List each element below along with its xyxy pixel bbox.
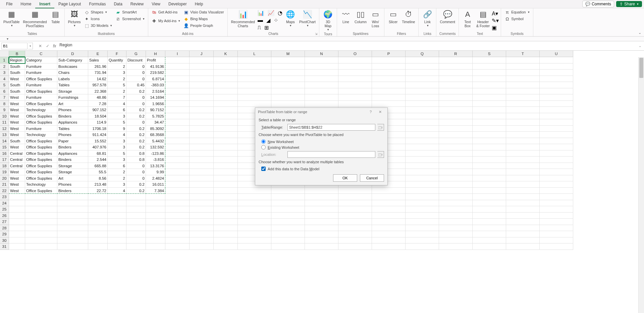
cell[interactable] (338, 206, 372, 213)
menu-tab-developer[interactable]: Developer (164, 0, 191, 8)
cell[interactable]: Furniture (25, 82, 57, 88)
cell[interactable] (108, 219, 126, 225)
cell[interactable] (439, 113, 473, 120)
cell[interactable] (271, 188, 305, 194)
cell[interactable] (305, 200, 338, 207)
cell[interactable]: Bookcases (57, 63, 88, 70)
cell[interactable]: Storage (57, 163, 88, 169)
row-header-17[interactable]: 17 (0, 156, 9, 163)
cell[interactable] (506, 57, 540, 63)
cell[interactable] (25, 206, 57, 213)
cell[interactable] (238, 57, 271, 63)
cell[interactable] (190, 107, 214, 113)
cell[interactable] (165, 70, 190, 76)
cell[interactable]: Furniture (25, 126, 57, 132)
cell[interactable] (165, 175, 190, 182)
cell[interactable] (506, 150, 540, 157)
cell[interactable] (506, 194, 540, 200)
cell[interactable] (406, 237, 439, 244)
cell[interactable]: 3 (108, 181, 126, 188)
cell[interactable]: 5 (108, 119, 126, 126)
cell[interactable]: 5.7825 (146, 113, 165, 120)
cell[interactable] (190, 194, 214, 200)
cell[interactable] (305, 243, 338, 250)
cell[interactable] (540, 144, 573, 150)
existing-worksheet-radio-input[interactable] (261, 145, 266, 149)
column-header-P[interactable]: P (372, 51, 406, 57)
cell[interactable]: 731.94 (88, 70, 108, 76)
pivottable-button[interactable]: ▦PivotTable▾ (2, 9, 21, 28)
cell[interactable] (406, 243, 439, 250)
cell[interactable] (473, 101, 506, 107)
cell[interactable] (305, 225, 338, 231)
row-header-30[interactable]: 30 (0, 237, 9, 244)
cell[interactable] (214, 94, 238, 101)
cell[interactable] (271, 88, 305, 95)
formula-input[interactable]: Region (58, 43, 637, 49)
cell[interactable] (214, 138, 238, 144)
cell[interactable] (214, 237, 238, 244)
row-header-15[interactable]: 15 (0, 144, 9, 150)
cell[interactable] (214, 200, 238, 207)
cell[interactable] (214, 150, 238, 157)
cell[interactable] (88, 225, 108, 231)
cell[interactable]: Office Supplies (25, 163, 57, 169)
cell[interactable] (439, 156, 473, 163)
cell[interactable] (25, 219, 57, 225)
scatter-chart-icon[interactable]: ⁘ (274, 17, 278, 24)
cell[interactable] (126, 225, 146, 231)
cell[interactable] (214, 206, 238, 213)
cell[interactable] (439, 213, 473, 219)
cell[interactable] (540, 76, 573, 82)
cell[interactable] (439, 138, 473, 144)
table-button[interactable]: ▤Table (49, 9, 62, 25)
cell[interactable]: Central (9, 156, 25, 163)
cell[interactable] (271, 194, 305, 200)
cell[interactable] (190, 138, 214, 144)
cell[interactable] (57, 231, 88, 237)
cell[interactable]: 4 (108, 132, 126, 138)
cell[interactable] (506, 163, 540, 169)
cell[interactable]: 1.9656 (146, 101, 165, 107)
cell[interactable] (190, 101, 214, 107)
cell[interactable] (473, 231, 506, 237)
row-header-11[interactable]: 11 (0, 119, 9, 126)
cell[interactable]: 9.99 (146, 169, 165, 175)
cell[interactable]: South (9, 88, 25, 95)
cell[interactable] (190, 243, 214, 250)
cell[interactable] (338, 237, 372, 244)
cell[interactable]: 114.9 (88, 119, 108, 126)
cell[interactable] (439, 150, 473, 157)
cell[interactable]: 2.544 (88, 156, 108, 163)
cell[interactable] (473, 138, 506, 144)
cell[interactable] (9, 194, 25, 200)
cell[interactable]: 3 (108, 70, 126, 76)
location-picker-button[interactable]: ⬚↑ (377, 151, 384, 158)
menu-tab-home[interactable]: Home (16, 0, 35, 8)
symbol-button[interactable]: ΩSymbol (503, 16, 531, 22)
header-footer-button[interactable]: ▤Header & Footer (475, 9, 491, 29)
slicer-button[interactable]: ▭Slicer (386, 9, 400, 25)
cell[interactable] (165, 82, 190, 88)
cell[interactable] (126, 243, 146, 250)
cell[interactable] (9, 237, 25, 244)
cell[interactable] (25, 200, 57, 207)
cell[interactable]: West (9, 132, 25, 138)
cell[interactable] (540, 231, 573, 237)
row-header-8[interactable]: 8 (0, 101, 9, 107)
comments-button[interactable]: 💬 Comments (582, 1, 614, 7)
area-chart-icon[interactable]: ◢ (266, 17, 270, 24)
cell[interactable]: Sub-Category (57, 57, 88, 63)
cell[interactable] (190, 144, 214, 150)
cell[interactable]: 911.424 (88, 132, 108, 138)
cell[interactable]: 14.62 (88, 76, 108, 82)
cell[interactable] (108, 231, 126, 237)
cell[interactable]: Discount (126, 57, 146, 63)
cell[interactable]: Office Supplies (25, 144, 57, 150)
cell[interactable]: Labels (57, 76, 88, 82)
row-header-10[interactable]: 10 (0, 113, 9, 120)
vertical-scrollbar[interactable] (638, 57, 644, 313)
cell[interactable] (540, 175, 573, 182)
cell[interactable] (88, 243, 108, 250)
cell[interactable] (540, 138, 573, 144)
